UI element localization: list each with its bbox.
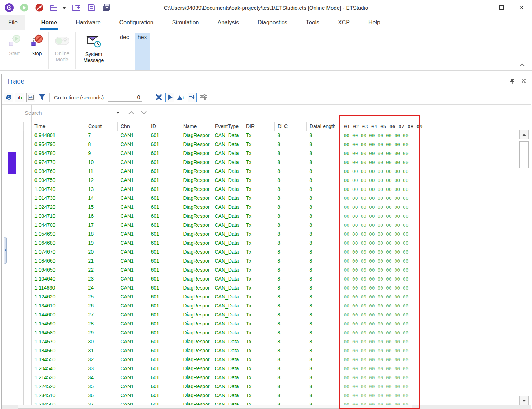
hex-option[interactable]: hex [135, 33, 150, 70]
column-header-time[interactable]: Time [32, 122, 85, 131]
menu-item-simulation[interactable]: Simulation [163, 15, 208, 30]
goto-time-input[interactable] [108, 93, 142, 102]
table-row[interactable]: 0.9547908CAN1601DiagResporCAN_DataTx8800… [18, 140, 526, 149]
table-row[interactable]: 1.15459028CAN1601DiagResporCAN_DataTx880… [18, 319, 526, 328]
settings-sliders-icon[interactable] [199, 93, 208, 102]
statistics-icon[interactable] [15, 93, 24, 102]
table-row[interactable]: 1.20454033CAN1601DiagResporCAN_DataTx880… [18, 364, 526, 373]
table-row[interactable]: 1.06468019CAN1601DiagResporCAN_DataTx880… [18, 239, 526, 248]
cell: 8 [307, 140, 340, 149]
cell: 0.994750 [32, 176, 85, 185]
ribbon: Start Stop Online Mode [0, 30, 532, 71]
menu-item-tools[interactable]: Tools [297, 15, 329, 30]
table-row[interactable]: 1.02472015CAN1601DiagResporCAN_DataTx880… [18, 203, 526, 212]
menu-item-xcp[interactable]: XCP [329, 15, 359, 30]
table-row[interactable]: 1.11463024CAN1601DiagResporCAN_DataTx880… [18, 283, 526, 292]
menu-item-diagnostics[interactable]: Diagnostics [248, 15, 297, 30]
time-diff-icon[interactable]: t [176, 93, 185, 102]
table-row[interactable]: 1.14460027CAN1601DiagResporCAN_DataTx880… [18, 310, 526, 319]
scroll-down-button[interactable] [519, 396, 529, 405]
vertical-scrollbar-thumb[interactable] [519, 141, 529, 168]
table-row[interactable]: 0.97477010CAN1601DiagResporCAN_DataTx880… [18, 158, 526, 167]
search-next-icon[interactable] [141, 110, 147, 116]
table-row[interactable]: 0.9647809CAN1601DiagResporCAN_DataTx8800… [18, 149, 526, 158]
column-header-dir[interactable]: DIR [243, 122, 275, 131]
sort-icon[interactable] [188, 93, 197, 102]
search-input[interactable] [22, 110, 114, 116]
table-row[interactable]: 1.03471016CAN1601DiagResporCAN_DataTx880… [18, 212, 526, 221]
column-header-name[interactable]: Name [180, 122, 212, 131]
table-row[interactable]: 1.05469018CAN1601DiagResporCAN_DataTx880… [18, 230, 526, 239]
dec-option[interactable]: dec [118, 33, 131, 70]
play-trace-icon[interactable] [165, 93, 174, 102]
menu-item-help[interactable]: Help [359, 15, 390, 30]
search-dropdown-icon[interactable] [114, 112, 122, 114]
column-header-id[interactable]: ID [148, 122, 180, 131]
open-project-icon[interactable] [49, 3, 59, 13]
table-row[interactable]: 1.19455032CAN1601DiagResporCAN_DataTx880… [18, 355, 526, 364]
table-row[interactable]: 1.08466021CAN1601DiagResporCAN_DataTx880… [18, 257, 526, 265]
horizontal-scrollbar-track[interactable] [2, 405, 531, 409]
cell: 601 [148, 194, 180, 203]
menu-item-analysis[interactable]: Analysis [208, 15, 248, 30]
table-row[interactable]: 1.13461026CAN1601DiagResporCAN_DataTx880… [18, 301, 526, 310]
column-header-data-bytes[interactable]: 01 02 03 04 05 06 07 08 09 [340, 122, 423, 131]
pin-icon[interactable] [509, 78, 515, 85]
menu-item-home[interactable]: Home [32, 15, 66, 30]
horizontal-scrollbar-thumb[interactable] [18, 405, 412, 409]
search-prev-icon[interactable] [128, 110, 135, 116]
scroll-up-button[interactable] [519, 130, 529, 139]
system-message-button[interactable]: System Message [76, 33, 111, 64]
table-row[interactable]: 1.16458029CAN1601DiagResporCAN_DataTx880… [18, 328, 526, 337]
column-header-datalength[interactable]: DataLength [307, 122, 340, 131]
open-dropdown-icon[interactable] [62, 4, 66, 11]
filter-icon[interactable] [37, 93, 46, 102]
cell: DiagRespor [180, 274, 212, 283]
save-all-icon[interactable] [102, 3, 112, 13]
menu-item-hardware[interactable]: Hardware [66, 15, 110, 30]
table-row[interactable]: 1.00474013CAN1601DiagResporCAN_DataTx880… [18, 185, 526, 194]
column-header-dlc[interactable]: DLC [275, 122, 307, 131]
table-row[interactable]: 0.9448017CAN1601DiagResporCAN_DataTx8800… [18, 131, 526, 140]
column-header-chn[interactable]: Chn [118, 122, 148, 131]
gutter-cell [18, 239, 24, 248]
clear-trace-icon[interactable] [154, 93, 163, 102]
side-panel-expander[interactable] [4, 237, 7, 264]
table-row[interactable]: 1.23451036CAN1601DiagResporCAN_DataTx880… [18, 391, 526, 400]
close-button[interactable] [512, 0, 532, 15]
table-row[interactable]: 1.07467020CAN1601DiagResporCAN_DataTx880… [18, 248, 526, 257]
table-row[interactable]: 1.10464023CAN1601DiagResporCAN_DataTx880… [18, 274, 526, 283]
table-row[interactable]: 1.12462025CAN1601DiagResporCAN_DataTx880… [18, 292, 526, 301]
table-row[interactable]: 1.21453034CAN1601DiagResporCAN_DataTx880… [18, 373, 526, 382]
column-header-count[interactable]: Count [85, 122, 118, 131]
table-row[interactable]: 1.22452035CAN1601DiagResporCAN_DataTx880… [18, 382, 526, 391]
table-row[interactable]: 1.18456031CAN1601DiagResporCAN_DataTx880… [18, 346, 526, 355]
new-project-icon[interactable] [71, 3, 81, 13]
column-header-eventtype[interactable]: EventType [212, 122, 243, 131]
stop-button[interactable]: Stop [25, 33, 48, 57]
trace-close-icon[interactable] [521, 78, 526, 85]
menu-item-configuration[interactable]: Configuration [110, 15, 163, 30]
quick-start-icon[interactable] [19, 3, 29, 13]
cell: DiagRespor [180, 391, 212, 400]
online-mode-button[interactable]: Online Mode [50, 33, 75, 63]
save-icon[interactable] [86, 3, 96, 13]
start-button[interactable]: Start [3, 33, 25, 57]
table-row[interactable]: 0.99475012CAN1601DiagResporCAN_DataTx880… [18, 176, 526, 185]
cell: Tx [243, 355, 275, 364]
minimize-button[interactable] [471, 0, 491, 15]
table-row[interactable]: 1.09465022CAN1601DiagResporCAN_DataTx880… [18, 265, 526, 274]
menu-item-file[interactable]: File [0, 15, 25, 30]
cell: DiagRespor [180, 319, 212, 328]
filler-cell [423, 292, 526, 301]
fit-columns-icon[interactable] [26, 93, 35, 102]
table-row[interactable]: 1.17457030CAN1601DiagResporCAN_DataTx880… [18, 337, 526, 346]
maximize-button[interactable] [491, 0, 512, 15]
table-row[interactable]: 1.01473014CAN1601DiagResporCAN_DataTx880… [18, 194, 526, 203]
table-row[interactable]: 0.98476011CAN1601DiagResporCAN_DataTx880… [18, 167, 526, 176]
filler-cell [423, 391, 526, 400]
table-row[interactable]: 1.04470017CAN1601DiagResporCAN_DataTx880… [18, 221, 526, 230]
trace-mode-icon[interactable] [4, 93, 13, 102]
quick-stop-icon[interactable] [34, 3, 44, 13]
ribbon-collapse-icon[interactable] [519, 62, 525, 68]
